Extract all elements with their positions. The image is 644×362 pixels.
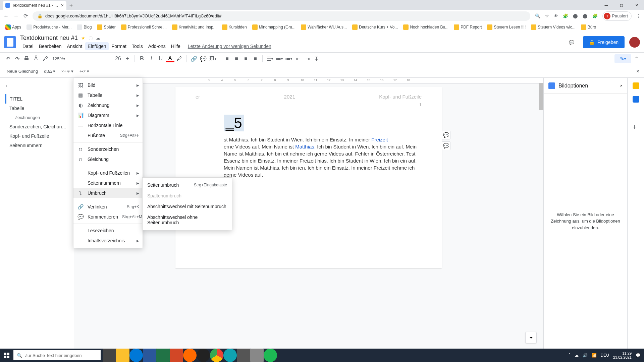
- menu-item-tabelle[interactable]: ▦Tabelle▶: [73, 90, 143, 100]
- bookmark-folder[interactable]: Kursidden: [220, 23, 249, 31]
- docs-logo-icon[interactable]: [4, 36, 16, 48]
- bookmark-folder[interactable]: Wahlfächer WU Aus...: [299, 23, 349, 31]
- menu-insert[interactable]: Einfügen: [85, 42, 108, 50]
- bookmark-item[interactable]: Produktsuche - Mer...: [24, 23, 73, 31]
- browser-tab[interactable]: Textdokument neu #1 - Google E ×: [3, 1, 66, 10]
- outline-item[interactable]: Kopf- und Fußzeile: [5, 131, 71, 141]
- menu-item-seitennummern[interactable]: Seitennummern▶: [73, 178, 143, 188]
- outline-back-button[interactable]: ←: [5, 82, 71, 89]
- add-on-plus-button[interactable]: +: [633, 123, 639, 129]
- body-link-matthias[interactable]: Matthias: [295, 144, 314, 149]
- menu-item-fussnote[interactable]: FußnoteStrg+Alt+F: [73, 130, 143, 140]
- line-spacing-button[interactable]: ☰: [265, 54, 274, 63]
- account-avatar[interactable]: [629, 37, 640, 48]
- vertical-scrollbar[interactable]: [539, 83, 543, 110]
- close-equation-bar-button[interactable]: ×: [636, 68, 639, 74]
- collapse-toolbar-button[interactable]: ⌃: [632, 54, 641, 63]
- submenu-item-abschnitt-ohne[interactable]: Abschnittswechsel ohne Seitenumbruch: [143, 212, 232, 228]
- menu-tools[interactable]: Tools: [129, 42, 145, 50]
- menu-item-linie[interactable]: ―Horizontale Linie: [73, 120, 143, 130]
- star-icon[interactable]: ★: [81, 36, 85, 41]
- bookmark-folder[interactable]: Mindmapping (Gru...: [250, 23, 298, 31]
- nav-forward-button[interactable]: →: [13, 13, 19, 19]
- menu-icon[interactable]: ⋮: [636, 13, 641, 18]
- submenu-item-seitenumbruch[interactable]: SeitenumbruchStrg+Eingabetaste: [143, 180, 232, 190]
- tab-close-icon[interactable]: ×: [61, 3, 64, 8]
- comment-button[interactable]: 💬: [199, 54, 208, 63]
- move-icon[interactable]: ▢: [89, 36, 93, 41]
- cloud-saved-icon[interactable]: ☁: [96, 36, 100, 41]
- undo-button[interactable]: ↶: [3, 54, 12, 63]
- indent-increase-button[interactable]: ⇥: [303, 54, 312, 63]
- bookmark-folder[interactable]: Kreativität und Insp...: [170, 23, 219, 31]
- menu-item-bild[interactable]: 🖼Bild▶: [73, 80, 143, 90]
- bold-button[interactable]: B: [138, 54, 146, 63]
- menu-item-sonderzeichen[interactable]: ΩSonderzeichen: [73, 144, 143, 154]
- outline-title[interactable]: TITEL: [5, 94, 71, 104]
- close-side-panel-button[interactable]: ×: [620, 83, 623, 88]
- outline-item[interactable]: Zeichnungen: [10, 113, 71, 122]
- outline-item[interactable]: Tabelle: [5, 104, 71, 113]
- zoom-select[interactable]: 125%: [50, 54, 67, 63]
- ext2-icon[interactable]: ⬤: [573, 13, 578, 18]
- window-minimize-button[interactable]: —: [599, 0, 614, 10]
- align-center-button[interactable]: ≡: [232, 54, 241, 63]
- suggest-edit-icon[interactable]: 💬: [442, 141, 450, 150]
- explore-button[interactable]: ✦: [525, 332, 537, 343]
- menu-help[interactable]: Hilfe: [169, 42, 183, 50]
- new-tab-button[interactable]: +: [66, 1, 76, 10]
- outline-item[interactable]: Seitennummern: [5, 141, 71, 150]
- menu-item-lesezeichen[interactable]: Lesezeichen: [73, 226, 143, 236]
- print-button[interactable]: 🖶: [22, 54, 31, 63]
- numbered-list-button[interactable]: ≔: [275, 54, 283, 63]
- bookmark-folder[interactable]: Später: [95, 23, 117, 31]
- bookmark-folder[interactable]: Steuern Videos wic...: [529, 23, 578, 31]
- bookmark-folder[interactable]: PDF Report: [452, 23, 484, 31]
- share-button[interactable]: 🔒 Freigeben: [583, 36, 625, 48]
- indent-decrease-button[interactable]: ⇤: [293, 54, 302, 63]
- relations-dropdown[interactable]: ⇔≠ ▾: [79, 69, 89, 74]
- bookmark-folder[interactable]: Professionell Schrei...: [119, 23, 169, 31]
- menu-item-diagramm[interactable]: 📊Diagramm▶: [73, 110, 143, 120]
- bookmark-folder[interactable]: Steuern Lesen !!!!: [485, 23, 528, 31]
- image-button[interactable]: 🖼: [208, 54, 217, 63]
- extensions-icon[interactable]: 🧩: [592, 13, 598, 18]
- clear-format-button[interactable]: T̶: [312, 54, 321, 63]
- bookmark-folder[interactable]: Büro: [579, 23, 598, 31]
- submenu-item-abschnitt-mit[interactable]: Abschnittswechsel mit Seitenumbruch: [143, 201, 232, 212]
- link-button[interactable]: 🔗: [190, 54, 198, 63]
- nav-back-button[interactable]: ←: [3, 13, 9, 19]
- bulleted-list-button[interactable]: ≔: [284, 54, 293, 63]
- eye-icon[interactable]: 👁: [554, 13, 558, 18]
- window-maximize-button[interactable]: ▢: [614, 0, 629, 10]
- window-close-button[interactable]: ✕: [629, 0, 644, 10]
- bookmark-folder[interactable]: Noch hochladen Bu...: [401, 23, 450, 31]
- editing-mode-button[interactable]: ✎: [614, 54, 631, 63]
- nav-reload-button[interactable]: ⟳: [23, 13, 28, 19]
- menu-addons[interactable]: Add-ons: [146, 42, 168, 50]
- profile-button[interactable]: T Pausiert: [602, 11, 632, 21]
- italic-button[interactable]: I: [147, 54, 156, 63]
- greek-dropdown[interactable]: αβΔ ▾: [44, 69, 55, 74]
- bookmark-folder[interactable]: Deutsche Kurs + Vo...: [350, 23, 400, 31]
- font-size-value[interactable]: 26: [114, 54, 122, 63]
- open-comments-button[interactable]: 💬: [565, 36, 578, 48]
- horizontal-ruler[interactable]: 3 4 5 6 7 8 9 10 11 12 13 14 15 16 17 18: [74, 78, 543, 84]
- menu-item-verlinken[interactable]: 🔗VerlinkenStrg+K: [73, 202, 143, 212]
- ext3-icon[interactable]: ⬤: [583, 13, 588, 18]
- menu-file[interactable]: Datei: [20, 42, 36, 50]
- menu-item-umbruch[interactable]: ⤵Umbruch▶: [73, 188, 143, 198]
- last-edit-label[interactable]: Letzte Änderung vor wenigen Sekunden: [185, 42, 274, 50]
- menu-item-gleichung[interactable]: πGleichung: [73, 154, 143, 164]
- star-icon[interactable]: ☆: [545, 13, 549, 18]
- redo-button[interactable]: ↷: [13, 54, 21, 63]
- tasks-icon[interactable]: [633, 96, 639, 103]
- menu-format[interactable]: Format: [109, 42, 129, 50]
- menu-item-inhalt[interactable]: Inhaltsverzeichnis▶: [73, 236, 143, 246]
- document-title[interactable]: Textdokument neu #1: [20, 35, 78, 42]
- font-size-plus[interactable]: +: [123, 54, 132, 63]
- align-justify-button[interactable]: ≡: [251, 54, 260, 63]
- zoom-icon[interactable]: 🔍: [535, 13, 540, 18]
- menu-item-zeichnung[interactable]: ◐Zeichnung▶: [73, 100, 143, 110]
- menu-view[interactable]: Ansicht: [64, 42, 85, 50]
